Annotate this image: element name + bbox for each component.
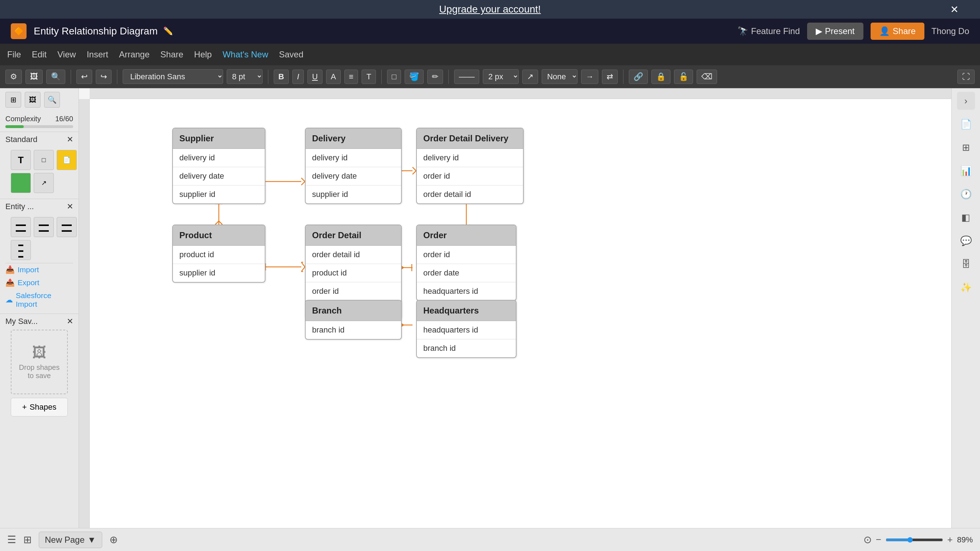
lock-btn[interactable]: 🔒 [651,70,670,84]
underline-btn[interactable]: U [307,70,323,84]
shape-outline-btn[interactable]: □ [387,70,401,84]
grid-icon[interactable]: ⊞ [5,92,21,108]
menu-arrange[interactable]: Arrange [119,49,150,59]
upgrade-link[interactable]: Upgrade your account! [439,3,541,15]
menu-view[interactable]: View [57,49,76,59]
branch-entity[interactable]: Branch branch id [305,300,402,340]
zoom-slider[interactable] [886,537,943,543]
entity-close-icon[interactable]: ✕ [67,202,73,211]
order-detail-delivery-entity[interactable]: Order Detail Delivery delivery id order … [416,128,524,204]
right-panel-collapse[interactable]: › [957,92,975,110]
fullscreen-btn[interactable]: ⛶ [958,70,975,84]
arrow-shape[interactable]: ↗ [34,173,54,193]
italic-btn[interactable]: I [292,70,304,84]
right-page-icon[interactable]: 📄 [957,115,975,133]
drop-shapes-area[interactable]: 🖼 Drop shapes to save [11,330,68,394]
order-entity[interactable]: Order order id order date headquarters i… [416,225,517,301]
grid-view-icon[interactable]: ⊞ [23,534,32,546]
rect-shape[interactable]: □ [34,150,54,170]
text-shape[interactable]: T [11,150,31,170]
link-btn[interactable]: 🔗 [629,70,648,84]
menu-help[interactable]: Help [194,49,212,59]
standard-label: Standard [5,135,37,144]
font-size-selector[interactable]: 8 pt [227,69,262,84]
entity-shape-1[interactable]: ▬▬▬▬ [11,217,31,237]
add-page-btn[interactable]: ⊕ [110,534,118,546]
product-entity[interactable]: Product product id supplier id [172,225,266,283]
align-btn[interactable]: ≡ [344,70,358,84]
salesforce-btn[interactable]: ☁ Salesforce Import [5,289,73,311]
reverse-btn[interactable]: ⇄ [602,70,618,84]
toolbar-separator-4 [381,70,382,84]
menu-file[interactable]: File [7,49,21,59]
ruler-left [79,99,90,528]
my-saved-header[interactable]: My Sav... ✕ [5,317,73,326]
new-page-btn[interactable]: New Page ▼ [39,532,102,548]
waypoint-btn[interactable]: ↗ [522,70,538,84]
right-database-icon[interactable]: 🗄 [957,255,975,273]
headquarters-entity[interactable]: Headquarters headquarters id branch id [416,300,517,358]
bold-btn[interactable]: B [274,70,289,84]
photo-icon[interactable]: 🖼 [25,92,41,108]
line-style-btn[interactable]: —— [454,70,479,84]
redo-btn[interactable]: ↪ [96,70,111,84]
zoom-out-btn[interactable]: − [876,534,881,545]
close-notification-btn[interactable]: ✕ [950,3,958,16]
delivery-entity[interactable]: Delivery delivery id delivery date suppl… [305,128,402,204]
sidebar-top-icons: ⊞ 🖼 🔍 [0,88,78,111]
my-saved-close-icon[interactable]: ✕ [67,317,73,326]
standard-close-icon[interactable]: ✕ [67,135,73,144]
image-btn[interactable]: 🖼 [25,70,43,84]
note-shape[interactable]: 📄 [57,150,77,170]
right-chat-icon[interactable]: 💬 [957,232,975,250]
branch-field-1: branch id [305,321,401,339]
line-weight-selector[interactable]: 2 px [483,69,519,84]
clear-btn[interactable]: ⌫ [697,70,717,84]
entity-shape-2[interactable]: ▬▬▬▬ [34,217,54,237]
menu-insert[interactable]: Insert [87,49,108,59]
font-selector[interactable]: Liberation Sans [123,69,223,84]
import-btn[interactable]: 📥 Import [5,263,73,276]
standard-section-header[interactable]: Standard ✕ [5,135,73,144]
present-button[interactable]: ▶ Present [807,22,864,40]
feature-find-btn[interactable]: 🔭 Feature Find [738,26,800,36]
shapes-button[interactable]: + Shapes [11,398,68,416]
undo-btn[interactable]: ↩ [76,70,92,84]
menu-saved[interactable]: Saved [279,49,304,59]
play-icon: ▶ [816,26,822,36]
import-label: Import [18,266,39,274]
entity-section-header[interactable]: Entity ... ✕ [5,202,73,211]
entity-shape-3[interactable]: ▬▬▬▬ [57,217,77,237]
settings-btn[interactable]: ⚙ [5,70,22,84]
text-format-btn[interactable]: T [361,70,375,84]
font-color-btn[interactable]: A [326,70,341,84]
menu-whats-new[interactable]: What's New [223,49,268,59]
export-btn[interactable]: 📤 Export [5,276,73,289]
line-color-btn[interactable]: ✏ [427,70,443,84]
magnify-icon[interactable]: 🔍 [44,92,60,108]
right-layers-icon[interactable]: ◧ [957,209,975,226]
search-btn[interactable]: 🔍 [46,70,65,84]
supplier-entity[interactable]: Supplier delivery id delivery date suppl… [172,128,266,204]
canvas-area[interactable]: Supplier delivery id delivery date suppl… [79,88,951,528]
right-chart-icon[interactable]: 📊 [957,162,975,180]
arrow-style-btn[interactable]: → [581,70,598,84]
zoom-in-btn[interactable]: + [947,534,953,545]
connection-type-selector[interactable]: None [542,69,578,84]
toolbar-separator-3 [268,70,268,84]
share-button[interactable]: 👤 Share [870,22,924,40]
right-table-icon[interactable]: ⊞ [957,139,975,156]
menu-share[interactable]: Share [160,49,183,59]
right-clock-icon[interactable]: 🕐 [957,185,975,203]
list-view-icon[interactable]: ☰ [7,534,16,546]
green-shape[interactable] [11,173,31,193]
edit-title-icon[interactable]: ✏️ [163,27,173,36]
fill-color-btn[interactable]: 🪣 [405,70,424,84]
target-icon[interactable]: ⊙ [864,534,872,546]
import-icon: 📥 [5,266,15,274]
canvas-content[interactable]: Supplier delivery id delivery date suppl… [90,99,951,528]
menu-edit[interactable]: Edit [32,49,47,59]
right-sparkle-icon[interactable]: ✨ [957,279,975,296]
unlock-btn[interactable]: 🔓 [674,70,693,84]
entity-shape-4[interactable]: ▬▬▬ [11,240,31,260]
